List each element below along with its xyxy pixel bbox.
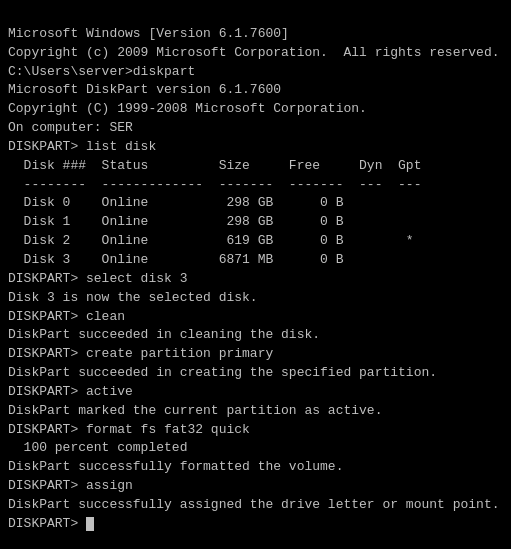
- terminal-line: -------- ------------- ------- ------- -…: [8, 176, 503, 195]
- terminal-line: DISKPART> clean: [8, 308, 503, 327]
- terminal-line: DISKPART> active: [8, 383, 503, 402]
- terminal-line: Microsoft Windows [Version 6.1.7600]: [8, 25, 503, 44]
- terminal-line: DISKPART> format fs fat32 quick: [8, 421, 503, 440]
- terminal-line: DiskPart successfully assigned the drive…: [8, 496, 503, 515]
- terminal-line: Copyright (c) 2009 Microsoft Corporation…: [8, 44, 503, 63]
- terminal-line: DISKPART> select disk 3: [8, 270, 503, 289]
- terminal-line: DiskPart successfully formatted the volu…: [8, 458, 503, 477]
- terminal-line: DISKPART> create partition primary: [8, 345, 503, 364]
- terminal-line: On computer: SER: [8, 119, 503, 138]
- terminal-line: 100 percent completed: [8, 439, 503, 458]
- terminal-line: Disk 2 Online 619 GB 0 B *: [8, 232, 503, 251]
- terminal-window: Microsoft Windows [Version 6.1.7600]Copy…: [8, 6, 503, 534]
- terminal-line: DISKPART> assign: [8, 477, 503, 496]
- terminal-line: Disk ### Status Size Free Dyn Gpt: [8, 157, 503, 176]
- cursor: [86, 517, 94, 531]
- terminal-line: Disk 1 Online 298 GB 0 B: [8, 213, 503, 232]
- terminal-line: Disk 0 Online 298 GB 0 B: [8, 194, 503, 213]
- terminal-line: Disk 3 Online 6871 MB 0 B: [8, 251, 503, 270]
- terminal-line: DISKPART> list disk: [8, 138, 503, 157]
- terminal-line: DISKPART>: [8, 515, 503, 534]
- terminal-line: DiskPart succeeded in creating the speci…: [8, 364, 503, 383]
- terminal-line: C:\Users\server>diskpart: [8, 63, 503, 82]
- terminal-line: DiskPart succeeded in cleaning the disk.: [8, 326, 503, 345]
- terminal-line: Microsoft DiskPart version 6.1.7600: [8, 81, 503, 100]
- terminal-line: Copyright (C) 1999-2008 Microsoft Corpor…: [8, 100, 503, 119]
- terminal-line: DiskPart marked the current partition as…: [8, 402, 503, 421]
- terminal-line: Disk 3 is now the selected disk.: [8, 289, 503, 308]
